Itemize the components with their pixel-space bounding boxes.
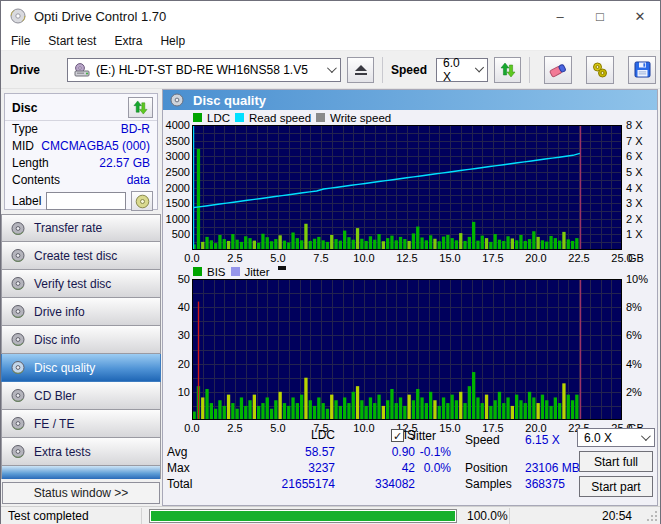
sidebar-item-label: Create test disc [34, 249, 117, 263]
quality-speed-select-value: 6.0 X [584, 431, 612, 445]
sidebar-item-disc-info[interactable]: Disc info [1, 326, 161, 354]
y2-axis-tick-label: 8% [626, 302, 642, 313]
avg-ldc-value: 58.57 [245, 445, 335, 459]
x-axis-tick-label: 0.0 [184, 253, 199, 264]
sidebar-item-label: FE / TE [34, 417, 74, 431]
collapsed-panel-strip [1, 466, 161, 479]
position-value: 23106 MB [525, 461, 580, 475]
status-window-button[interactable]: Status window >> [2, 482, 160, 504]
speed-value: 6.15 X [525, 433, 560, 447]
eject-button[interactable] [347, 57, 374, 83]
position-row-label: Position [465, 461, 508, 475]
refresh-arrows-icon [133, 100, 148, 115]
menu-item-extra[interactable]: Extra [105, 31, 151, 51]
progress-bar [149, 509, 457, 523]
legend-swatch [316, 113, 325, 122]
window-title: Opti Drive Control 1.70 [34, 9, 166, 24]
legend-swatch [231, 267, 240, 276]
status-bar: Test completed 100.0% 20:54 [1, 506, 660, 524]
drive-icon [74, 63, 90, 77]
y-axis-tick-label: 500 [164, 229, 190, 240]
elapsed-time: 20:54 [602, 509, 632, 523]
refresh-speed-button[interactable] [494, 57, 521, 83]
sidebar-item-extra-tests[interactable]: Extra tests [1, 438, 161, 466]
total-ldc-value: 21655174 [245, 477, 335, 491]
menu-item-help[interactable]: Help [151, 31, 194, 51]
bolts-icon [591, 61, 609, 79]
start-part-button[interactable]: Start part [579, 476, 653, 497]
disc-icon [10, 276, 26, 291]
chart2-legend: BISJitter [193, 265, 286, 278]
col-header-ldc: LDC [245, 428, 335, 442]
disc-icon [170, 93, 184, 107]
y-axis-tick-label: 4000 [164, 120, 190, 131]
title-bar: Opti Drive Control 1.70 – □ ✕ [1, 1, 660, 31]
y2-axis-tick-label: 3 X [626, 198, 643, 209]
save-button[interactable] [628, 56, 656, 84]
x-axis-tick-label: 15.0 [439, 253, 460, 264]
settings-button[interactable] [586, 56, 614, 84]
y2-axis-tick-label: 7 X [626, 136, 643, 147]
refresh-arrows-icon [500, 62, 516, 78]
disc-label-label: Label [12, 194, 41, 208]
y-axis-tick-label: 30 [164, 330, 190, 341]
disc-label-input[interactable] [46, 192, 126, 210]
chevron-down-icon [474, 63, 484, 73]
menu-bar: File Start test Extra Help [1, 31, 660, 51]
quality-speed-select[interactable]: 6.0 X [577, 428, 655, 447]
sidebar-item-disc-quality[interactable]: Disc quality [1, 354, 161, 382]
resize-grip[interactable] [647, 511, 657, 521]
y2-axis-tick-label: 8 X [626, 120, 643, 131]
minimize-icon[interactable]: – [540, 1, 580, 31]
y2-axis-tick-label: 2% [626, 387, 642, 398]
legend-label: Write speed [330, 112, 391, 124]
close-icon[interactable]: ✕ [620, 1, 660, 31]
disc-icon [10, 416, 26, 431]
x-axis-tick-label: 2.5 [227, 253, 242, 264]
y-axis-tick-label: 40 [164, 302, 190, 313]
sidebar-item-label: Drive info [34, 305, 85, 319]
menu-item-file[interactable]: File [1, 31, 39, 51]
legend-label: BIS [207, 266, 226, 278]
avg-row-label: Avg [167, 445, 187, 459]
drive-toolbar: Drive (E:) HL-DT-ST BD-RE WH16NS58 1.V5 … [1, 51, 660, 89]
app-window: Opti Drive Control 1.70 – □ ✕ File Start… [0, 0, 661, 524]
erase-disc-button[interactable] [544, 56, 572, 84]
chart1-legend: LDCRead speedWrite speed [193, 111, 391, 124]
menu-item-start-test[interactable]: Start test [39, 31, 105, 51]
legend-label: Read speed [249, 112, 311, 124]
write-label-button[interactable] [131, 191, 153, 211]
disc-icon [10, 221, 26, 236]
status-text: Test completed [8, 509, 89, 523]
sidebar-item-label: Transfer rate [34, 221, 102, 235]
x-axis-tick-label: 5.0 [270, 253, 285, 264]
progress-percent: 100.0% [467, 509, 508, 523]
maximize-icon[interactable]: □ [580, 1, 620, 31]
ldc-chart-canvas [192, 125, 622, 250]
speed-select[interactable]: 6.0 X [436, 58, 488, 82]
sidebar-item-drive-info[interactable]: Drive info [1, 298, 161, 326]
disc-contents-label: Contents [12, 173, 60, 188]
disc-icon [10, 304, 26, 319]
x-axis-unit-label: GB [628, 253, 644, 264]
toolbar-separator [529, 57, 530, 83]
x-axis-tick-label: 22.5 [568, 253, 589, 264]
legend-label: Jitter [245, 266, 270, 278]
panel-title: Disc quality [193, 93, 266, 108]
sidebar-item-cd-bler[interactable]: CD Bler [1, 382, 161, 410]
start-full-button[interactable]: Start full [579, 451, 653, 472]
refresh-disc-button[interactable] [128, 97, 153, 118]
disc-panel-title: Disc [12, 101, 37, 115]
x-axis-tick-label: 20.0 [525, 253, 546, 264]
chevron-down-icon [327, 63, 337, 73]
sidebar-item-transfer-rate[interactable]: Transfer rate [1, 214, 161, 242]
disc-icon [135, 194, 150, 209]
sidebar-item-fe-te[interactable]: FE / TE [1, 410, 161, 438]
drive-select[interactable]: (E:) HL-DT-ST BD-RE WH16NS58 1.V5 [67, 58, 341, 82]
statusbar-divider [509, 508, 510, 524]
y2-axis-tick-label: 1 X [626, 229, 643, 240]
sidebar-item-verify-test-disc[interactable]: Verify test disc [1, 270, 161, 298]
progress-fill [151, 511, 455, 521]
sidebar-item-create-test-disc[interactable]: Create test disc [1, 242, 161, 270]
jitter-checkbox[interactable]: ✓ [391, 429, 404, 442]
